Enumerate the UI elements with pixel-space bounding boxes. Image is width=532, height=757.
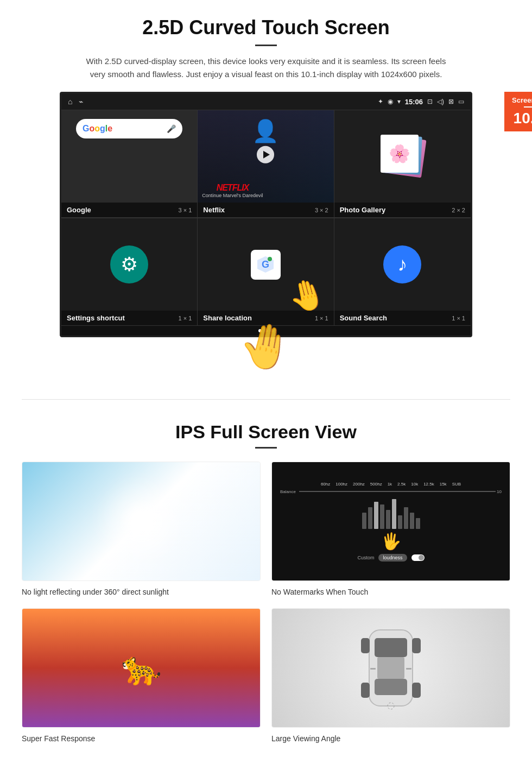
sound-bg: ♪ — [334, 218, 471, 311]
svg-rect-14 — [406, 668, 411, 670]
close-icon: ⊠ — [448, 98, 454, 105]
app-grid-bottom: ⚙ Settings shortcut 1 × 1 — [61, 218, 471, 326]
sound-search-label: Sound Search 1 × 1 — [334, 311, 471, 325]
photo-gallery-cell-content: 🌸 — [334, 110, 471, 203]
section-divider — [22, 399, 510, 400]
settings-app-name: Settings shortcut — [67, 314, 125, 322]
music-note-icon: ♪ — [397, 253, 407, 276]
amp-bars[interactable] — [362, 496, 420, 529]
svg-rect-12 — [412, 683, 421, 698]
cheetah-visual: 🐆 — [22, 609, 260, 727]
sound-icon-circle: ♪ — [383, 245, 421, 283]
badge-size: 10.1" — [512, 110, 532, 127]
feature-amplifier: 60hz100hz200hz500hz1k2.5k10k12.5k15kSUB … — [271, 462, 510, 597]
svg-rect-7 — [375, 679, 407, 695]
status-bar: ⌂ ⌁ ✦ ◉ ▾ 15:06 ⊡ ◁) ⊠ ▭ — [61, 93, 471, 110]
car-visual — [272, 609, 510, 727]
feature-grid: No light reflecting under 360° direct su… — [22, 462, 510, 744]
window-icon: ▭ — [458, 98, 464, 105]
feature-cheetah-image: 🐆 — [22, 608, 261, 728]
photo-card-front: 🌸 — [381, 135, 419, 173]
settings-label: Settings shortcut 1 × 1 — [61, 311, 197, 325]
svg-text:G: G — [262, 259, 269, 270]
netflix-app-cell[interactable]: 👤 NETFLIX Continue Marvel's Daredevil Ne… — [198, 110, 334, 218]
svg-rect-9 — [361, 638, 370, 653]
settings-app-cell[interactable]: ⚙ Settings shortcut 1 × 1 — [61, 218, 198, 326]
amp-bar-6[interactable] — [392, 499, 396, 529]
photo-gallery-label: Photo Gallery 2 × 2 — [334, 203, 471, 217]
decorative-hand: 🤚 — [22, 332, 510, 372]
google-label: Google 3 × 1 — [61, 203, 197, 217]
camera-icon: ⊡ — [427, 98, 433, 105]
feature-cheetah: 🐆 Super Fast Response — [22, 608, 261, 744]
amp-bar-4[interactable] — [380, 504, 384, 529]
app-grid-top: Google 🎤 Google 3 × 1 — [61, 110, 471, 218]
google-app-cell[interactable]: Google 🎤 Google 3 × 1 — [61, 110, 198, 218]
settings-app-size: 1 × 1 — [179, 315, 192, 321]
photo-gallery-app-cell[interactable]: 🌸 Photo Gallery 2 × 2 — [334, 110, 471, 218]
svg-rect-11 — [361, 683, 370, 698]
gear-icon: ⚙ — [121, 253, 138, 276]
wifi-icon: ▾ — [397, 98, 401, 105]
netflix-app-size: 3 × 2 — [315, 207, 328, 213]
svg-rect-6 — [375, 638, 407, 657]
section1-divider — [255, 45, 277, 46]
amp-bar-3[interactable] — [374, 502, 378, 529]
page: 2.5D Curved Touch Screen With 2.5D curve… — [0, 0, 532, 757]
volume-icon: ◁) — [437, 98, 444, 105]
amp-bar-8[interactable] — [404, 507, 408, 529]
section2: IPS Full Screen View No light reflecting… — [0, 416, 532, 757]
location-icon: ◉ — [388, 98, 393, 105]
amp-bar-1[interactable] — [362, 513, 366, 529]
sound-search-app-cell[interactable]: ♪ Sound Search 1 × 1 — [334, 218, 471, 326]
device-screen: ⌂ ⌁ ✦ ◉ ▾ 15:06 ⊡ ◁) ⊠ ▭ — [60, 92, 472, 337]
sun-circle — [119, 500, 163, 543]
share-location-cell-content: G 🤚 — [198, 218, 333, 311]
sound-search-app-name: Sound Search — [340, 314, 387, 322]
settings-icon-circle: ⚙ — [110, 245, 148, 283]
feature-car-caption: Large Viewing Angle — [271, 733, 510, 744]
settings-cell-content: ⚙ — [61, 218, 197, 311]
screen-size-badge: Screen Size 10.1" — [504, 92, 532, 131]
feature-sunlight-caption: No light reflecting under 360° direct su… — [22, 586, 261, 597]
status-time: 15:06 — [405, 98, 423, 106]
sunlight-visual — [22, 462, 260, 581]
status-bar-right: ✦ ◉ ▾ 15:06 ⊡ ◁) ⊠ ▭ — [378, 98, 464, 106]
google-app-name: Google — [67, 206, 91, 214]
amp-bar-5[interactable] — [386, 510, 390, 529]
amp-bar-7[interactable] — [398, 515, 402, 529]
flower-icon: 🌸 — [389, 143, 410, 164]
netflix-bg: 👤 NETFLIX Continue Marvel's Daredevil — [198, 110, 333, 203]
google-bg: Google 🎤 — [61, 110, 197, 203]
amp-bar-9[interactable] — [410, 513, 414, 529]
amp-bar-2[interactable] — [368, 507, 372, 529]
share-location-app-size: 1 × 1 — [315, 315, 328, 321]
section2-title: IPS Full Screen View — [22, 421, 510, 443]
maps-icon: G — [251, 250, 281, 280]
sun-rays — [119, 500, 163, 543]
feature-sunlight-image — [22, 462, 261, 581]
device-container: Screen Size 10.1" ⌂ ⌁ ✦ ◉ ▾ 15:06 — [22, 92, 510, 337]
google-search-bar[interactable]: Google 🎤 — [76, 119, 182, 138]
hand-pointer-icon: 🤚 — [284, 274, 329, 311]
sound-search-cell-content: ♪ — [334, 218, 471, 311]
svg-rect-8 — [377, 657, 404, 679]
netflix-app-name: Netflix — [203, 206, 225, 214]
netflix-info: NETFLIX Continue Marvel's Daredevil — [202, 183, 263, 198]
home-icon[interactable]: ⌂ — [68, 97, 72, 106]
amplifier-visual: 60hz100hz200hz500hz1k2.5k10k12.5k15kSUB … — [272, 462, 510, 581]
netflix-cell-content: 👤 NETFLIX Continue Marvel's Daredevil — [198, 110, 333, 203]
google-logo: Google — [83, 124, 112, 134]
feature-car-image — [271, 608, 510, 728]
svg-rect-10 — [412, 638, 421, 653]
cheetah-icon: 🐆 — [121, 649, 162, 687]
netflix-play-button[interactable] — [257, 146, 274, 163]
share-location-app-cell[interactable]: G 🤚 Share location — [198, 218, 334, 326]
amp-bar-10[interactable] — [416, 518, 420, 529]
car-top-view-icon — [358, 614, 423, 722]
feature-sunlight: No light reflecting under 360° direct su… — [22, 462, 261, 597]
photo-stack: 🌸 — [381, 135, 424, 178]
status-bar-left: ⌂ ⌁ — [68, 97, 83, 106]
section1-title: 2.5D Curved Touch Screen — [22, 16, 510, 39]
badge-divider — [524, 106, 533, 108]
